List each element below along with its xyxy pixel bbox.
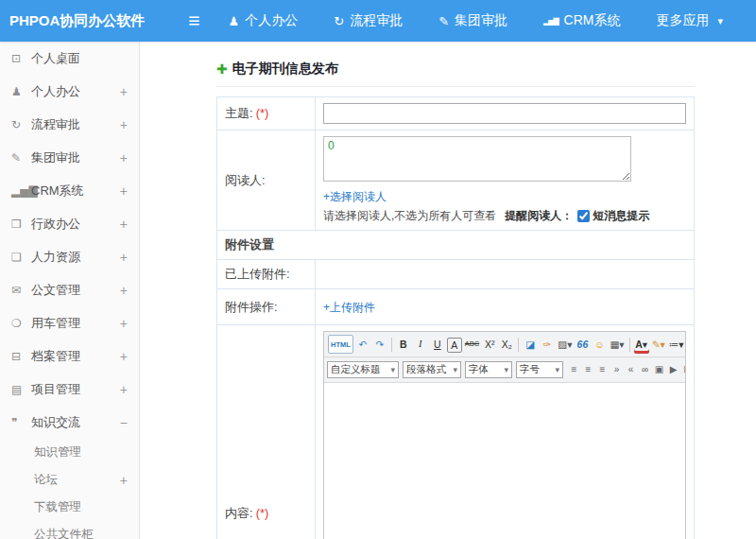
readers-hint-text: 请选择阅读人,不选为所有人可查看	[323, 208, 496, 224]
readers-row: 阅读人: 0 +选择阅读人 请选择阅读人,不选为所有人可查看 提醒阅读人： 短消…	[217, 130, 695, 231]
strikethrough-icon[interactable]: ABC	[464, 335, 480, 354]
caret-down-icon: ▾	[453, 365, 457, 374]
sidebar-item[interactable]: ⊟档案管理+	[0, 339, 139, 373]
content-label: 内容:	[225, 506, 253, 520]
nav-item-label: 集团审批	[455, 12, 507, 29]
sidebar-item[interactable]: ▤项目管理+	[0, 373, 139, 406]
sidebar-item[interactable]: 公共文件柜	[0, 521, 139, 539]
image-icon[interactable]: ▣	[653, 360, 665, 379]
expand-plus-icon: +	[120, 84, 128, 99]
content-field-cell: HTML↶↷BIUAABCX²X₂◪✑▨▾66☺▦▾A▾✎▾≔▾≕ 自定义标题▾…	[316, 325, 695, 539]
add-plus-icon: ✚	[216, 61, 228, 77]
page-title: 电子期刊信息发布	[232, 61, 338, 78]
sidebar-item-label: 公共文件柜	[34, 527, 128, 539]
sidebar-item[interactable]: 下载管理	[0, 494, 139, 521]
sidebar-item[interactable]: ❏人力资源+	[0, 240, 139, 273]
hamburger-menu-icon[interactable]: ≡	[156, 0, 222, 42]
underline-icon[interactable]: U	[430, 335, 445, 354]
nav-item-edit[interactable]: ✎集团审批	[438, 12, 507, 29]
nav-item-chart[interactable]: ▂▅▇CRM系统	[543, 12, 620, 29]
people-icon: ❏	[11, 251, 31, 264]
more-icon[interactable]: ⊞	[681, 360, 685, 379]
readers-textarea[interactable]: 0	[323, 136, 631, 182]
link-icon[interactable]: ∞	[639, 360, 651, 379]
uploaded-attachments-label: 已上传附件:	[225, 267, 290, 281]
sidebar-item-label: 个人办公	[31, 83, 120, 100]
sidebar-item[interactable]: ✎集团审批+	[0, 141, 139, 174]
redo-icon[interactable]: ↷	[372, 335, 387, 354]
sidebar-item-label: 流程审批	[31, 116, 120, 133]
editor-dropdown-0[interactable]: 自定义标题▾	[327, 361, 399, 378]
sms-remind-label: 短消息提示	[593, 208, 649, 224]
sidebar-menu: ⊡个人桌面♟个人办公+↻流程审批+✎集团审批+▂▅▇CRM系统+❒行政办公+❏人…	[0, 42, 139, 539]
eraser-icon[interactable]: ◪	[523, 335, 538, 354]
editor-dropdown-2[interactable]: 字体▾	[465, 361, 512, 378]
source-icon[interactable]: HTML	[328, 335, 353, 354]
sidebar-item[interactable]: ▂▅▇CRM系统+	[0, 174, 139, 207]
editor-dropdown-1[interactable]: 段落格式▾	[403, 361, 461, 378]
superscript-icon[interactable]: X²	[482, 335, 497, 354]
sidebar-item-label: 人力资源	[31, 249, 120, 266]
italic-icon[interactable]: I	[413, 335, 428, 354]
sidebar-item-label: 知识管理	[34, 444, 128, 461]
list-ul-icon[interactable]: ≔▾	[668, 335, 685, 354]
indent-icon[interactable]: »	[610, 360, 623, 379]
sidebar-item[interactable]: ✉公文管理+	[0, 273, 139, 306]
upload-attachment-link[interactable]: +上传附件	[323, 300, 375, 316]
readers-hint-line: 请选择阅读人,不选为所有人可查看 提醒阅读人： 短消息提示	[323, 208, 686, 224]
sidebar-item[interactable]: ❞知识交流−	[0, 406, 139, 439]
nav-item-label: 个人办公	[245, 12, 298, 29]
media-icon[interactable]: ▶	[667, 360, 679, 379]
subscript-icon[interactable]: X₂	[499, 335, 514, 354]
toolbar-separator	[518, 338, 519, 352]
sidebar-item[interactable]: ⊡个人桌面	[0, 42, 139, 75]
sms-remind-checkbox[interactable]	[577, 210, 590, 222]
remind-readers-label: 提醒阅读人：	[505, 208, 573, 224]
editor-toolbar-row1: HTML↶↷BIUAABCX²X₂◪✑▨▾66☺▦▾A▾✎▾≔▾≕	[324, 332, 685, 357]
readers-label: 阅读人:	[225, 173, 266, 187]
attachment-ops-label-cell: 附件操作:	[217, 289, 316, 325]
caret-down-icon: ▾	[717, 15, 723, 27]
outdent-icon[interactable]: «	[625, 360, 637, 379]
align-right-icon[interactable]: ≡	[596, 360, 609, 379]
sidebar-item[interactable]: 知识管理	[0, 439, 139, 466]
sidebar-item[interactable]: ❍用车管理+	[0, 306, 139, 339]
dropdown-label: 自定义标题	[331, 363, 381, 376]
pen-icon[interactable]: ✎▾	[651, 335, 666, 354]
sidebar-item[interactable]: ♟个人办公+	[0, 75, 139, 108]
undo-icon[interactable]: ↶	[355, 335, 370, 354]
sidebar-item[interactable]: ↻流程审批+	[0, 108, 139, 141]
align-left-icon[interactable]: ≡	[568, 360, 580, 379]
fill-icon[interactable]: ▨▾	[557, 335, 573, 354]
uploaded-attachments-value	[316, 260, 695, 289]
readers-field-cell: 0 +选择阅读人 请选择阅读人,不选为所有人可查看 提醒阅读人： 短消息提示	[316, 130, 695, 231]
table-icon[interactable]: ▦▾	[609, 335, 625, 354]
font-color-icon[interactable]: A▾	[634, 335, 649, 354]
chart-icon: ▂▅▇	[543, 17, 558, 26]
nav-item-label: 更多应用	[656, 12, 709, 29]
brush-icon[interactable]: ✑	[540, 335, 555, 354]
caret-down-icon: ▾	[390, 365, 395, 374]
nav-item-person[interactable]: ♟个人办公	[229, 12, 299, 29]
attachment-settings-header: 附件设置	[217, 231, 695, 260]
app-header: PHPOA协同办公软件 ≡ ♟个人办公↻流程审批✎集团审批▂▅▇CRM系统更多应…	[0, 0, 756, 42]
sidebar-item-label: 论坛	[34, 472, 120, 488]
subject-row: 主题:(*)	[217, 97, 695, 130]
subject-input[interactable]	[323, 103, 686, 124]
editor-content-area[interactable]	[324, 383, 685, 539]
expand-plus-icon: +	[120, 250, 128, 265]
align-center-icon[interactable]: ≡	[582, 360, 594, 379]
nav-item-more[interactable]: 更多应用▾	[656, 12, 723, 29]
quote-icon[interactable]: 66	[575, 335, 590, 354]
chat-icon: ❞	[11, 416, 31, 429]
editor-dropdown-3[interactable]: 字号▾	[516, 361, 563, 378]
emoticon-icon[interactable]: ☺	[592, 335, 607, 354]
sidebar-item[interactable]: ❒行政办公+	[0, 207, 139, 240]
bold-icon[interactable]: B	[396, 335, 411, 354]
select-readers-link[interactable]: +选择阅读人	[323, 189, 387, 205]
sidebar-item-label: 集团审批	[31, 149, 120, 166]
sidebar-item[interactable]: 论坛+	[0, 466, 139, 494]
nav-item-flow[interactable]: ↻流程审批	[334, 12, 403, 29]
font-icon[interactable]: A	[447, 338, 462, 353]
uploaded-attachments-row: 已上传附件:	[217, 260, 695, 289]
